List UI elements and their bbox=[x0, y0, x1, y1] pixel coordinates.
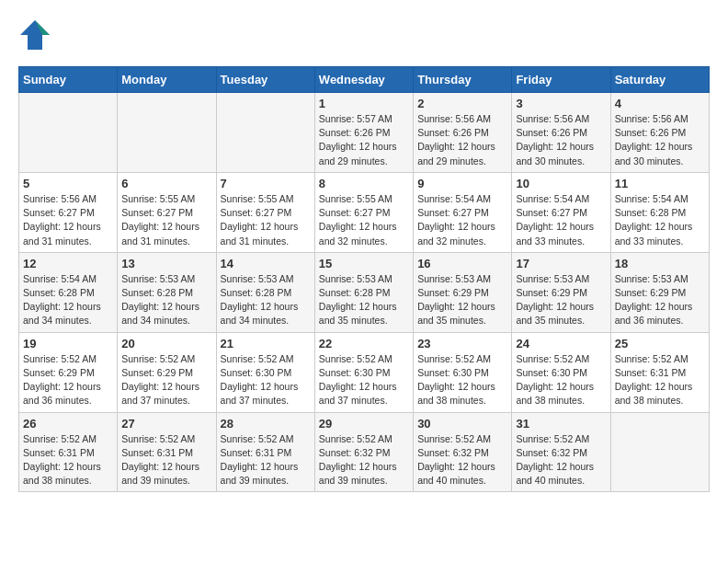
day-number: 6 bbox=[121, 177, 211, 190]
day-number: 16 bbox=[417, 257, 507, 270]
day-number: 4 bbox=[615, 97, 705, 110]
day-cell: 27Sunrise: 5:52 AM Sunset: 6:31 PM Dayli… bbox=[118, 412, 216, 492]
day-number: 14 bbox=[221, 257, 311, 270]
day-info: Sunrise: 5:52 AM Sunset: 6:32 PM Dayligh… bbox=[417, 432, 507, 488]
day-info: Sunrise: 5:54 AM Sunset: 6:28 PM Dayligh… bbox=[23, 272, 113, 328]
day-number: 26 bbox=[23, 417, 113, 431]
day-info: Sunrise: 5:53 AM Sunset: 6:29 PM Dayligh… bbox=[417, 272, 507, 328]
logo-icon bbox=[18, 18, 51, 52]
header-cell-monday: Monday bbox=[118, 67, 216, 93]
day-cell: 18Sunrise: 5:53 AM Sunset: 6:29 PM Dayli… bbox=[610, 252, 709, 332]
day-cell: 30Sunrise: 5:52 AM Sunset: 6:32 PM Dayli… bbox=[414, 412, 512, 492]
day-cell: 16Sunrise: 5:53 AM Sunset: 6:29 PM Dayli… bbox=[414, 252, 512, 332]
day-cell: 24Sunrise: 5:52 AM Sunset: 6:30 PM Dayli… bbox=[512, 332, 610, 412]
day-info: Sunrise: 5:52 AM Sunset: 6:32 PM Dayligh… bbox=[516, 432, 606, 488]
day-cell bbox=[118, 93, 216, 173]
day-number: 24 bbox=[516, 337, 606, 350]
day-cell: 6Sunrise: 5:55 AM Sunset: 6:27 PM Daylig… bbox=[118, 172, 216, 252]
day-number: 25 bbox=[615, 337, 705, 350]
day-info: Sunrise: 5:55 AM Sunset: 6:27 PM Dayligh… bbox=[121, 192, 211, 248]
day-info: Sunrise: 5:52 AM Sunset: 6:30 PM Dayligh… bbox=[516, 352, 606, 408]
day-number: 23 bbox=[417, 337, 507, 350]
day-number: 5 bbox=[23, 177, 113, 190]
day-number: 12 bbox=[23, 257, 113, 270]
day-info: Sunrise: 5:52 AM Sunset: 6:29 PM Dayligh… bbox=[23, 352, 113, 408]
day-cell: 22Sunrise: 5:52 AM Sunset: 6:30 PM Dayli… bbox=[314, 332, 413, 412]
header-cell-friday: Friday bbox=[512, 67, 610, 93]
day-info: Sunrise: 5:52 AM Sunset: 6:29 PM Dayligh… bbox=[121, 352, 211, 408]
day-cell: 19Sunrise: 5:52 AM Sunset: 6:29 PM Dayli… bbox=[19, 332, 118, 412]
day-number: 18 bbox=[615, 257, 705, 270]
day-info: Sunrise: 5:53 AM Sunset: 6:29 PM Dayligh… bbox=[615, 272, 705, 328]
day-cell: 14Sunrise: 5:53 AM Sunset: 6:28 PM Dayli… bbox=[216, 252, 314, 332]
day-number: 27 bbox=[121, 417, 211, 431]
day-number: 30 bbox=[417, 417, 507, 431]
day-info: Sunrise: 5:57 AM Sunset: 6:26 PM Dayligh… bbox=[319, 112, 409, 168]
day-info: Sunrise: 5:52 AM Sunset: 6:31 PM Dayligh… bbox=[23, 432, 113, 488]
header-row: SundayMondayTuesdayWednesdayThursdayFrid… bbox=[19, 67, 710, 93]
day-cell: 13Sunrise: 5:53 AM Sunset: 6:28 PM Dayli… bbox=[118, 252, 216, 332]
day-info: Sunrise: 5:53 AM Sunset: 6:28 PM Dayligh… bbox=[121, 272, 211, 328]
day-number: 28 bbox=[221, 417, 311, 431]
header bbox=[18, 18, 710, 52]
day-number: 7 bbox=[221, 177, 311, 190]
day-info: Sunrise: 5:52 AM Sunset: 6:31 PM Dayligh… bbox=[221, 432, 311, 488]
day-info: Sunrise: 5:56 AM Sunset: 6:27 PM Dayligh… bbox=[23, 192, 113, 248]
day-info: Sunrise: 5:54 AM Sunset: 6:27 PM Dayligh… bbox=[516, 192, 606, 248]
day-info: Sunrise: 5:52 AM Sunset: 6:32 PM Dayligh… bbox=[319, 432, 409, 488]
day-number: 15 bbox=[319, 257, 409, 270]
day-info: Sunrise: 5:52 AM Sunset: 6:30 PM Dayligh… bbox=[319, 352, 409, 408]
calendar-table: SundayMondayTuesdayWednesdayThursdayFrid… bbox=[18, 66, 710, 492]
day-info: Sunrise: 5:53 AM Sunset: 6:28 PM Dayligh… bbox=[319, 272, 409, 328]
day-number: 22 bbox=[319, 337, 409, 350]
day-cell: 26Sunrise: 5:52 AM Sunset: 6:31 PM Dayli… bbox=[19, 412, 118, 492]
header-cell-tuesday: Tuesday bbox=[216, 67, 314, 93]
day-number: 20 bbox=[121, 337, 211, 350]
day-cell: 2Sunrise: 5:56 AM Sunset: 6:26 PM Daylig… bbox=[414, 93, 512, 173]
day-cell: 1Sunrise: 5:57 AM Sunset: 6:26 PM Daylig… bbox=[314, 93, 413, 173]
day-cell: 21Sunrise: 5:52 AM Sunset: 6:30 PM Dayli… bbox=[216, 332, 314, 412]
day-number: 31 bbox=[516, 417, 606, 431]
day-info: Sunrise: 5:56 AM Sunset: 6:26 PM Dayligh… bbox=[417, 112, 507, 168]
day-cell: 31Sunrise: 5:52 AM Sunset: 6:32 PM Dayli… bbox=[512, 412, 610, 492]
day-cell: 5Sunrise: 5:56 AM Sunset: 6:27 PM Daylig… bbox=[19, 172, 118, 252]
day-info: Sunrise: 5:52 AM Sunset: 6:30 PM Dayligh… bbox=[221, 352, 311, 408]
week-row-5: 26Sunrise: 5:52 AM Sunset: 6:31 PM Dayli… bbox=[19, 412, 710, 492]
day-cell: 23Sunrise: 5:52 AM Sunset: 6:30 PM Dayli… bbox=[414, 332, 512, 412]
day-info: Sunrise: 5:56 AM Sunset: 6:26 PM Dayligh… bbox=[615, 112, 705, 168]
day-number: 19 bbox=[23, 337, 113, 350]
day-info: Sunrise: 5:54 AM Sunset: 6:28 PM Dayligh… bbox=[615, 192, 705, 248]
day-cell bbox=[610, 412, 709, 492]
day-info: Sunrise: 5:52 AM Sunset: 6:31 PM Dayligh… bbox=[121, 432, 211, 488]
header-cell-wednesday: Wednesday bbox=[314, 67, 413, 93]
day-number: 11 bbox=[615, 177, 705, 190]
day-cell bbox=[19, 93, 118, 173]
day-cell: 8Sunrise: 5:55 AM Sunset: 6:27 PM Daylig… bbox=[314, 172, 413, 252]
day-number: 17 bbox=[516, 257, 606, 270]
day-info: Sunrise: 5:55 AM Sunset: 6:27 PM Dayligh… bbox=[319, 192, 409, 248]
day-cell: 7Sunrise: 5:55 AM Sunset: 6:27 PM Daylig… bbox=[216, 172, 314, 252]
week-row-2: 5Sunrise: 5:56 AM Sunset: 6:27 PM Daylig… bbox=[19, 172, 710, 252]
day-number: 2 bbox=[417, 97, 507, 110]
day-cell: 12Sunrise: 5:54 AM Sunset: 6:28 PM Dayli… bbox=[19, 252, 118, 332]
week-row-3: 12Sunrise: 5:54 AM Sunset: 6:28 PM Dayli… bbox=[19, 252, 710, 332]
day-cell: 25Sunrise: 5:52 AM Sunset: 6:31 PM Dayli… bbox=[610, 332, 709, 412]
day-cell: 15Sunrise: 5:53 AM Sunset: 6:28 PM Dayli… bbox=[314, 252, 413, 332]
day-info: Sunrise: 5:56 AM Sunset: 6:26 PM Dayligh… bbox=[516, 112, 606, 168]
day-number: 13 bbox=[121, 257, 211, 270]
day-number: 8 bbox=[319, 177, 409, 190]
day-cell bbox=[216, 93, 314, 173]
header-cell-sunday: Sunday bbox=[19, 67, 118, 93]
day-cell: 3Sunrise: 5:56 AM Sunset: 6:26 PM Daylig… bbox=[512, 93, 610, 173]
logo bbox=[18, 18, 55, 52]
day-number: 10 bbox=[516, 177, 606, 190]
day-info: Sunrise: 5:53 AM Sunset: 6:28 PM Dayligh… bbox=[221, 272, 311, 328]
day-info: Sunrise: 5:52 AM Sunset: 6:31 PM Dayligh… bbox=[615, 352, 705, 408]
day-cell: 10Sunrise: 5:54 AM Sunset: 6:27 PM Dayli… bbox=[512, 172, 610, 252]
header-cell-saturday: Saturday bbox=[610, 67, 709, 93]
week-row-1: 1Sunrise: 5:57 AM Sunset: 6:26 PM Daylig… bbox=[19, 93, 710, 173]
day-number: 21 bbox=[221, 337, 311, 350]
day-info: Sunrise: 5:53 AM Sunset: 6:29 PM Dayligh… bbox=[516, 272, 606, 328]
header-cell-thursday: Thursday bbox=[414, 67, 512, 93]
day-cell: 29Sunrise: 5:52 AM Sunset: 6:32 PM Dayli… bbox=[314, 412, 413, 492]
